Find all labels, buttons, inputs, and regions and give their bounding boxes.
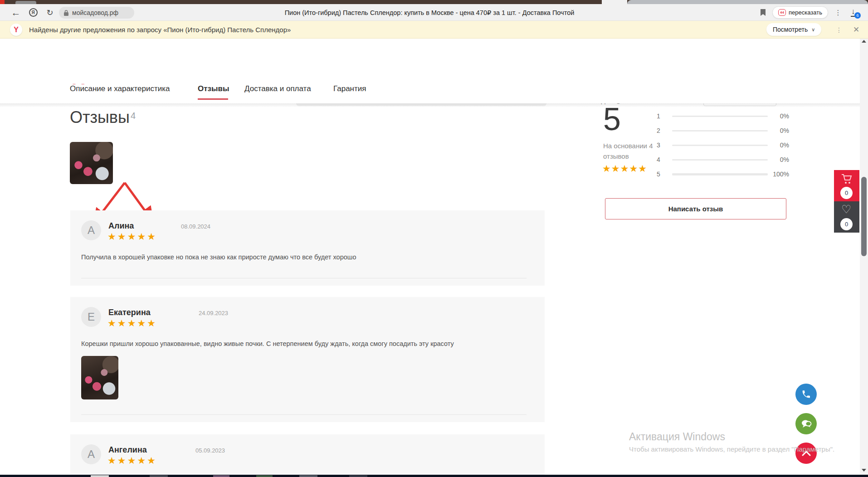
taskbar-fragment — [299, 475, 317, 477]
tabs-shadow — [0, 103, 868, 107]
divider — [81, 278, 527, 278]
divider — [81, 414, 527, 415]
chevron-down-icon: ∨ — [811, 27, 815, 33]
reviewer-name: Екатерина — [108, 308, 151, 317]
rating-bar-track — [672, 173, 768, 175]
rating-bar-row: 5 100% — [657, 170, 789, 178]
chat-icon — [801, 419, 812, 429]
summary-stars: ★★★★★ — [602, 163, 647, 174]
retell-icon: 44 — [778, 9, 786, 16]
review-text: Получила в хорошей упаковке но пока не з… — [81, 253, 517, 261]
rating-bar-row: 4 0% — [657, 156, 789, 164]
reviews-count: 4 — [131, 111, 136, 121]
rating-bar-track — [672, 159, 768, 161]
review-date: 05.09.2023 — [195, 447, 225, 454]
scrollbar-up-arrow[interactable] — [862, 40, 866, 43]
bookmark-icon[interactable] — [756, 4, 769, 21]
browser-tab-strip — [0, 0, 868, 4]
average-rating: 5 — [603, 103, 621, 135]
phone-icon — [801, 389, 811, 399]
star-rating: ★★★★★ — [107, 455, 157, 466]
rating-bar-track — [672, 130, 768, 131]
cart-icon — [841, 174, 853, 185]
scrollbar-down-arrow[interactable] — [862, 469, 866, 472]
reviewer-name: Ангелина — [108, 445, 147, 455]
call-fab[interactable] — [795, 384, 817, 405]
heart-icon: ♡ — [841, 203, 851, 216]
taskbar-fragment — [349, 475, 367, 477]
star-rating: ★★★★★ — [107, 231, 157, 242]
toolbar-menu-icon[interactable]: ⋮ — [833, 4, 844, 21]
yandex-offers-bar: Y Найдены другие предложения по запросу … — [0, 21, 868, 39]
close-icon[interactable]: ✕ — [851, 21, 862, 39]
refresh-icon[interactable]: ↻ — [44, 4, 56, 21]
rating-bar-row: 1 0% — [657, 112, 789, 120]
star-rating: ★★★★★ — [107, 318, 157, 329]
downloads-button[interactable]: ↓ 6 — [847, 4, 863, 21]
avatar: Е — [81, 307, 101, 327]
inactive-tab[interactable] — [627, 0, 868, 4]
wishlist-count-badge: 0 — [840, 218, 853, 230]
tab-fragment — [15, 1, 36, 4]
rating-bar-track — [672, 145, 768, 146]
windows-activation-hint: Чтобы активировать Windows, перейдите в … — [629, 445, 834, 453]
rating-bar-track — [672, 116, 768, 117]
url-text: мойсадовод.рф — [72, 9, 118, 16]
review-date: 08.09.2024 — [181, 223, 210, 230]
review-photo-thumbnail[interactable] — [70, 142, 113, 184]
browser-toolbar: ← Я ↻ мойсадовод.рф Пион (Ито-гибрид) Па… — [0, 4, 868, 21]
rating-bar-row: 2 0% — [657, 127, 789, 135]
review-date: 24.09.2023 — [199, 310, 228, 316]
review-card: А Алина 08.09.2024 ★★★★★ Получила в хоро… — [70, 210, 545, 286]
taskbar-fragment — [213, 475, 229, 477]
review-card: А Ангелина 05.09.2023 ★★★★★ — [70, 434, 545, 477]
tab-description[interactable]: Описание и характеристика — [70, 84, 170, 93]
taskbar-sliver — [0, 475, 868, 477]
taskbar-fragment — [91, 475, 109, 477]
reviews-heading: Отзывы — [70, 108, 130, 127]
review-card: Е Екатерина 24.09.2023 ★★★★★ Корешки при… — [70, 297, 545, 422]
view-offers-button[interactable]: Посмотреть ∨ — [766, 23, 821, 36]
scrollbar-track[interactable] — [860, 39, 868, 475]
tab-warranty[interactable]: Гарантия — [333, 84, 366, 93]
avatar: А — [81, 220, 101, 240]
retell-button[interactable]: 44 пересказать — [772, 6, 828, 19]
download-badge: 6 — [854, 12, 861, 19]
active-tab-underline — [198, 98, 228, 100]
taskbar-fragment — [150, 475, 168, 477]
notification-menu-icon[interactable]: ⋮ — [835, 21, 843, 39]
cart-button[interactable]: 0 — [834, 170, 859, 201]
back-icon[interactable]: ← — [9, 4, 23, 21]
rating-bar-row: 3 0% — [657, 141, 789, 149]
write-review-button[interactable]: Написать отзыв — [605, 198, 786, 219]
lock-icon — [63, 10, 69, 16]
windows-activation-watermark: Активация Windows — [629, 431, 725, 443]
tab-delivery[interactable]: Доставка и оплата — [244, 84, 311, 93]
tab-reviews[interactable]: Отзывы — [198, 84, 229, 93]
cart-count-badge: 0 — [840, 187, 853, 199]
review-photo-thumbnail[interactable] — [81, 356, 118, 399]
screen: ← Я ↻ мойсадовод.рф Пион (Ито-гибрид) Па… — [0, 0, 868, 477]
review-text: Корешки пришли хорошо упакованные, видно… — [81, 340, 517, 347]
chat-fab[interactable] — [795, 413, 817, 434]
wishlist-button[interactable]: ♡ 0 — [834, 201, 859, 233]
page-title: Пион (Ито-гибрид) Пастель Сплендор: купи… — [145, 4, 714, 21]
tab-favicon-fragment — [0, 0, 5, 4]
notification-text: Найдены другие предложения по запросу «П… — [29, 21, 291, 39]
address-bar[interactable]: мойсадовод.рф — [59, 7, 134, 19]
yandex-logo-icon: Y — [10, 24, 22, 36]
yandex-icon[interactable]: Я — [27, 4, 39, 21]
site-header: мой садовод Каталог 8 (800) 444 78 41 su… — [0, 39, 868, 77]
taskbar-fragment — [256, 475, 273, 477]
scrollbar-thumb[interactable] — [861, 177, 867, 256]
tab-gap — [602, 0, 627, 4]
product-tabs: Описание и характеристика Отзывы Доставк… — [0, 84, 868, 103]
avatar: А — [81, 444, 101, 464]
reviewer-name: Алина — [108, 221, 134, 231]
